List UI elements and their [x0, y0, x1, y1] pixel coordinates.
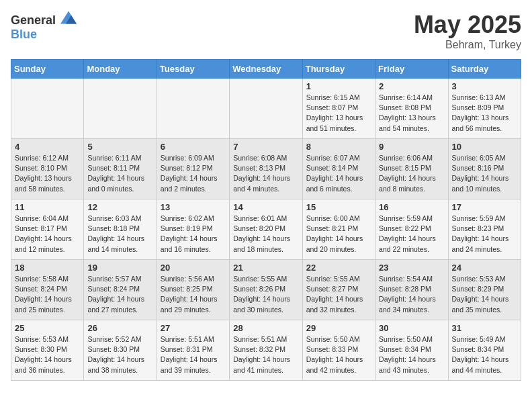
title-block: May 2025 Behram, Turkey — [414, 11, 521, 51]
day-cell: 11Sunrise: 6:04 AM Sunset: 8:17 PM Dayli… — [11, 199, 84, 260]
logo: General Blue — [11, 11, 77, 42]
day-info: Sunrise: 5:56 AM Sunset: 8:25 PM Dayligh… — [161, 274, 226, 315]
day-cell: 23Sunrise: 5:54 AM Sunset: 8:28 PM Dayli… — [375, 260, 448, 320]
day-info: Sunrise: 6:07 AM Sunset: 8:14 PM Dayligh… — [306, 153, 371, 194]
day-number: 4 — [15, 142, 80, 152]
day-cell: 3Sunrise: 6:13 AM Sunset: 8:09 PM Daylig… — [448, 79, 521, 139]
day-cell — [11, 79, 84, 139]
day-header-saturday: Saturday — [448, 60, 521, 79]
day-info: Sunrise: 5:57 AM Sunset: 8:24 PM Dayligh… — [87, 274, 152, 315]
day-number: 9 — [379, 142, 444, 152]
day-cell: 5Sunrise: 6:11 AM Sunset: 8:11 PM Daylig… — [84, 139, 157, 199]
day-number: 14 — [233, 202, 298, 212]
day-info: Sunrise: 6:12 AM Sunset: 8:10 PM Dayligh… — [15, 153, 80, 194]
logo-blue: Blue — [11, 28, 37, 41]
day-cell: 16Sunrise: 5:59 AM Sunset: 8:22 PM Dayli… — [375, 199, 448, 260]
day-info: Sunrise: 6:01 AM Sunset: 8:20 PM Dayligh… — [233, 214, 298, 255]
day-cell: 24Sunrise: 5:53 AM Sunset: 8:29 PM Dayli… — [448, 260, 521, 320]
day-info: Sunrise: 5:52 AM Sunset: 8:30 PM Dayligh… — [87, 334, 152, 375]
day-number: 11 — [15, 202, 80, 212]
day-cell — [230, 79, 302, 139]
day-cell: 30Sunrise: 5:50 AM Sunset: 8:34 PM Dayli… — [375, 320, 448, 381]
day-info: Sunrise: 5:50 AM Sunset: 8:34 PM Dayligh… — [379, 334, 444, 375]
week-row-4: 18Sunrise: 5:58 AM Sunset: 8:24 PM Dayli… — [11, 260, 521, 320]
day-cell: 26Sunrise: 5:52 AM Sunset: 8:30 PM Dayli… — [84, 320, 157, 381]
day-number: 10 — [452, 142, 517, 152]
day-number: 20 — [161, 263, 226, 273]
day-info: Sunrise: 6:08 AM Sunset: 8:13 PM Dayligh… — [233, 153, 298, 194]
day-info: Sunrise: 5:58 AM Sunset: 8:24 PM Dayligh… — [15, 274, 80, 315]
calendar-header: SundayMondayTuesdayWednesdayThursdayFrid… — [11, 60, 521, 79]
day-number: 15 — [306, 202, 371, 212]
day-cell: 4Sunrise: 6:12 AM Sunset: 8:10 PM Daylig… — [11, 139, 84, 199]
day-number: 26 — [87, 323, 152, 333]
day-number: 29 — [306, 323, 371, 333]
day-info: Sunrise: 6:03 AM Sunset: 8:18 PM Dayligh… — [87, 214, 152, 255]
day-cell: 29Sunrise: 5:50 AM Sunset: 8:33 PM Dayli… — [302, 320, 375, 381]
day-number: 30 — [379, 323, 444, 333]
day-cell — [157, 79, 229, 139]
day-cell — [84, 79, 157, 139]
calendar-body: 1Sunrise: 6:15 AM Sunset: 8:07 PM Daylig… — [11, 79, 521, 381]
day-number: 18 — [15, 263, 80, 273]
day-cell: 22Sunrise: 5:55 AM Sunset: 8:27 PM Dayli… — [302, 260, 375, 320]
day-info: Sunrise: 6:05 AM Sunset: 8:16 PM Dayligh… — [452, 153, 517, 194]
day-info: Sunrise: 6:14 AM Sunset: 8:08 PM Dayligh… — [379, 93, 444, 134]
day-number: 22 — [306, 263, 371, 273]
day-info: Sunrise: 5:53 AM Sunset: 8:30 PM Dayligh… — [15, 334, 80, 375]
day-info: Sunrise: 5:55 AM Sunset: 8:27 PM Dayligh… — [306, 274, 371, 315]
day-cell: 31Sunrise: 5:49 AM Sunset: 8:34 PM Dayli… — [448, 320, 521, 381]
day-number: 8 — [306, 142, 371, 152]
day-info: Sunrise: 5:53 AM Sunset: 8:29 PM Dayligh… — [452, 274, 517, 315]
day-cell: 8Sunrise: 6:07 AM Sunset: 8:14 PM Daylig… — [302, 139, 375, 199]
day-number: 3 — [452, 81, 517, 91]
day-number: 28 — [233, 323, 298, 333]
calendar-table: SundayMondayTuesdayWednesdayThursdayFrid… — [11, 59, 521, 381]
day-number: 27 — [161, 323, 226, 333]
day-info: Sunrise: 5:50 AM Sunset: 8:33 PM Dayligh… — [306, 334, 371, 375]
day-info: Sunrise: 6:11 AM Sunset: 8:11 PM Dayligh… — [87, 153, 152, 194]
day-header-monday: Monday — [84, 60, 157, 79]
day-number: 13 — [161, 202, 226, 212]
day-info: Sunrise: 5:51 AM Sunset: 8:31 PM Dayligh… — [161, 334, 226, 375]
day-info: Sunrise: 5:54 AM Sunset: 8:28 PM Dayligh… — [379, 274, 444, 315]
calendar-title: May 2025 — [414, 11, 521, 39]
week-row-5: 25Sunrise: 5:53 AM Sunset: 8:30 PM Dayli… — [11, 320, 521, 381]
day-cell: 6Sunrise: 6:09 AM Sunset: 8:12 PM Daylig… — [157, 139, 229, 199]
day-number: 25 — [15, 323, 80, 333]
week-row-2: 4Sunrise: 6:12 AM Sunset: 8:10 PM Daylig… — [11, 139, 521, 199]
day-info: Sunrise: 5:59 AM Sunset: 8:22 PM Dayligh… — [379, 214, 444, 255]
day-info: Sunrise: 6:09 AM Sunset: 8:12 PM Dayligh… — [161, 153, 226, 194]
day-cell: 13Sunrise: 6:02 AM Sunset: 8:19 PM Dayli… — [157, 199, 229, 260]
day-number: 1 — [306, 81, 371, 91]
day-number: 24 — [452, 263, 517, 273]
days-header-row: SundayMondayTuesdayWednesdayThursdayFrid… — [11, 60, 521, 79]
day-number: 5 — [87, 142, 152, 152]
day-info: Sunrise: 5:55 AM Sunset: 8:26 PM Dayligh… — [233, 274, 298, 315]
day-cell: 25Sunrise: 5:53 AM Sunset: 8:30 PM Dayli… — [11, 320, 84, 381]
day-header-tuesday: Tuesday — [157, 60, 229, 79]
logo-text: General Blue — [11, 11, 77, 42]
day-number: 17 — [452, 202, 517, 212]
day-info: Sunrise: 6:06 AM Sunset: 8:15 PM Dayligh… — [379, 153, 444, 194]
day-info: Sunrise: 5:51 AM Sunset: 8:32 PM Dayligh… — [233, 334, 298, 375]
week-row-3: 11Sunrise: 6:04 AM Sunset: 8:17 PM Dayli… — [11, 199, 521, 260]
day-number: 12 — [87, 202, 152, 212]
day-cell: 15Sunrise: 6:00 AM Sunset: 8:21 PM Dayli… — [302, 199, 375, 260]
week-row-1: 1Sunrise: 6:15 AM Sunset: 8:07 PM Daylig… — [11, 79, 521, 139]
day-number: 7 — [233, 142, 298, 152]
page-header: General Blue May 2025 Behram, Turkey — [11, 11, 521, 51]
day-cell: 2Sunrise: 6:14 AM Sunset: 8:08 PM Daylig… — [375, 79, 448, 139]
day-header-thursday: Thursday — [302, 60, 375, 79]
day-info: Sunrise: 6:04 AM Sunset: 8:17 PM Dayligh… — [15, 214, 80, 255]
day-info: Sunrise: 5:49 AM Sunset: 8:34 PM Dayligh… — [452, 334, 517, 375]
day-cell: 21Sunrise: 5:55 AM Sunset: 8:26 PM Dayli… — [230, 260, 302, 320]
day-cell: 20Sunrise: 5:56 AM Sunset: 8:25 PM Dayli… — [157, 260, 229, 320]
day-cell: 27Sunrise: 5:51 AM Sunset: 8:31 PM Dayli… — [157, 320, 229, 381]
day-info: Sunrise: 6:00 AM Sunset: 8:21 PM Dayligh… — [306, 214, 371, 255]
day-number: 21 — [233, 263, 298, 273]
day-cell: 7Sunrise: 6:08 AM Sunset: 8:13 PM Daylig… — [230, 139, 302, 199]
day-cell: 9Sunrise: 6:06 AM Sunset: 8:15 PM Daylig… — [375, 139, 448, 199]
day-cell: 10Sunrise: 6:05 AM Sunset: 8:16 PM Dayli… — [448, 139, 521, 199]
day-header-sunday: Sunday — [11, 60, 84, 79]
